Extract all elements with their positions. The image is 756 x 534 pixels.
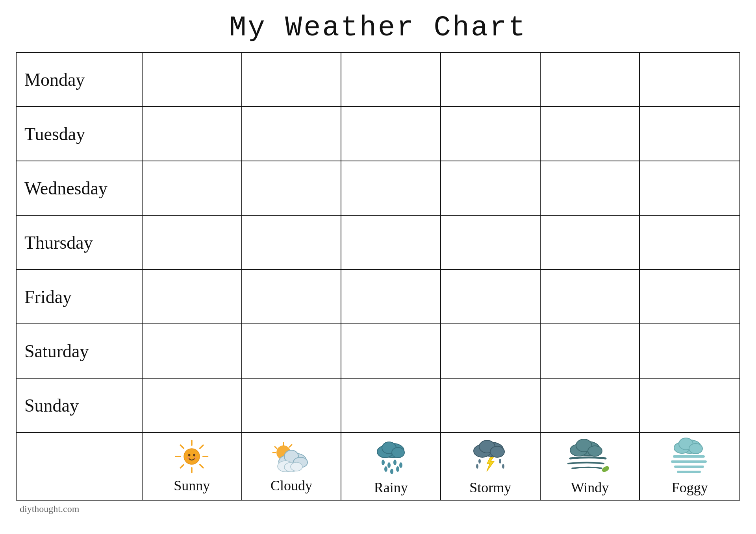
row-saturday: Saturday <box>17 324 739 379</box>
windy-label: Windy <box>571 479 609 496</box>
cell-friday-3 <box>341 270 441 323</box>
row-wednesday: Wednesday <box>17 161 739 216</box>
cell-friday-6 <box>640 270 739 323</box>
cell-sunday-2 <box>242 379 342 432</box>
rainy-label: Rainy <box>374 479 408 496</box>
icon-cloudy: Cloudy <box>242 433 342 500</box>
icon-stormy: Stormy <box>441 433 541 500</box>
day-friday: Friday <box>17 270 143 323</box>
cell-thursday-2 <box>242 216 342 269</box>
cell-wednesday-3 <box>341 161 441 215</box>
cell-monday-4 <box>441 53 541 106</box>
cell-wednesday-6 <box>640 161 739 215</box>
cell-thursday-1 <box>143 216 242 269</box>
cell-saturday-1 <box>143 324 242 378</box>
sunny-label: Sunny <box>174 477 210 494</box>
rainy-icon <box>371 437 411 476</box>
svg-point-41 <box>478 459 481 464</box>
cell-thursday-6 <box>640 216 739 269</box>
foggy-icon <box>668 437 712 476</box>
svg-line-17 <box>289 445 292 447</box>
cell-saturday-2 <box>242 324 342 378</box>
cell-wednesday-1 <box>143 161 242 215</box>
cell-saturday-6 <box>640 324 739 378</box>
cell-friday-1 <box>143 270 242 323</box>
cell-monday-2 <box>242 53 342 106</box>
svg-point-53 <box>689 443 702 454</box>
stormy-icon <box>469 437 512 476</box>
svg-point-28 <box>392 447 404 458</box>
icon-sunny: Sunny <box>143 433 242 500</box>
cell-sunday-6 <box>640 379 739 432</box>
cell-thursday-5 <box>541 216 640 269</box>
weather-chart: Monday Tuesday Wednesday <box>16 52 740 501</box>
row-sunday: Sunday <box>17 379 739 433</box>
svg-point-31 <box>393 460 397 465</box>
icon-legend-row: Sunny <box>17 433 739 500</box>
day-sunday: Sunday <box>17 379 143 432</box>
svg-point-24 <box>291 462 302 471</box>
svg-point-10 <box>193 454 195 456</box>
cell-tuesday-5 <box>541 107 640 161</box>
svg-point-34 <box>390 469 393 474</box>
foggy-label: Foggy <box>672 479 708 496</box>
cell-wednesday-5 <box>541 161 640 215</box>
cell-sunday-3 <box>341 379 441 432</box>
cell-monday-5 <box>541 53 640 106</box>
cell-wednesday-4 <box>441 161 541 215</box>
icon-foggy: Foggy <box>640 433 739 500</box>
day-tuesday: Tuesday <box>17 107 143 161</box>
cell-friday-4 <box>441 270 541 323</box>
cell-tuesday-1 <box>143 107 242 161</box>
row-friday: Friday <box>17 270 739 324</box>
svg-point-11 <box>187 457 189 459</box>
svg-point-44 <box>476 464 478 469</box>
row-monday: Monday <box>17 53 739 107</box>
cell-tuesday-4 <box>441 107 541 161</box>
cell-sunday-5 <box>541 379 640 432</box>
svg-point-12 <box>195 457 196 459</box>
chart-wrapper: Monday Tuesday Wednesday <box>16 52 740 501</box>
cell-saturday-5 <box>541 324 640 378</box>
svg-point-8 <box>184 449 200 464</box>
svg-line-4 <box>181 445 184 448</box>
day-saturday: Saturday <box>17 324 143 378</box>
cell-monday-6 <box>640 53 739 106</box>
svg-line-15 <box>275 447 277 449</box>
cell-friday-5 <box>541 270 640 323</box>
svg-point-29 <box>382 460 385 465</box>
cell-tuesday-6 <box>640 107 739 161</box>
day-wednesday: Wednesday <box>17 161 143 215</box>
day-thursday: Thursday <box>17 216 143 269</box>
svg-line-6 <box>200 445 203 448</box>
day-monday: Monday <box>17 53 143 106</box>
cell-saturday-4 <box>441 324 541 378</box>
svg-point-33 <box>384 466 387 472</box>
windy-icon <box>566 437 613 476</box>
cloudy-icon <box>270 439 313 474</box>
cell-sunday-1 <box>143 379 242 432</box>
svg-point-35 <box>396 466 399 472</box>
svg-line-7 <box>181 465 184 468</box>
icon-row-empty <box>17 433 143 500</box>
svg-point-48 <box>588 446 602 456</box>
cell-tuesday-2 <box>242 107 342 161</box>
credit-text: diythought.com <box>16 504 79 514</box>
cell-saturday-3 <box>341 324 441 378</box>
cell-wednesday-2 <box>242 161 342 215</box>
svg-point-49 <box>601 465 610 473</box>
stormy-label: Stormy <box>469 479 511 496</box>
svg-point-42 <box>499 459 501 464</box>
cloudy-label: Cloudy <box>271 477 312 494</box>
svg-point-43 <box>502 464 504 469</box>
svg-point-9 <box>188 454 190 456</box>
cell-monday-3 <box>341 53 441 106</box>
cell-monday-1 <box>143 53 242 106</box>
svg-point-32 <box>399 462 402 468</box>
svg-marker-40 <box>487 457 494 471</box>
cell-friday-2 <box>242 270 342 323</box>
icon-rainy: Rainy <box>341 433 441 500</box>
row-tuesday: Tuesday <box>17 107 739 161</box>
svg-line-5 <box>200 465 203 468</box>
row-thursday: Thursday <box>17 216 739 270</box>
